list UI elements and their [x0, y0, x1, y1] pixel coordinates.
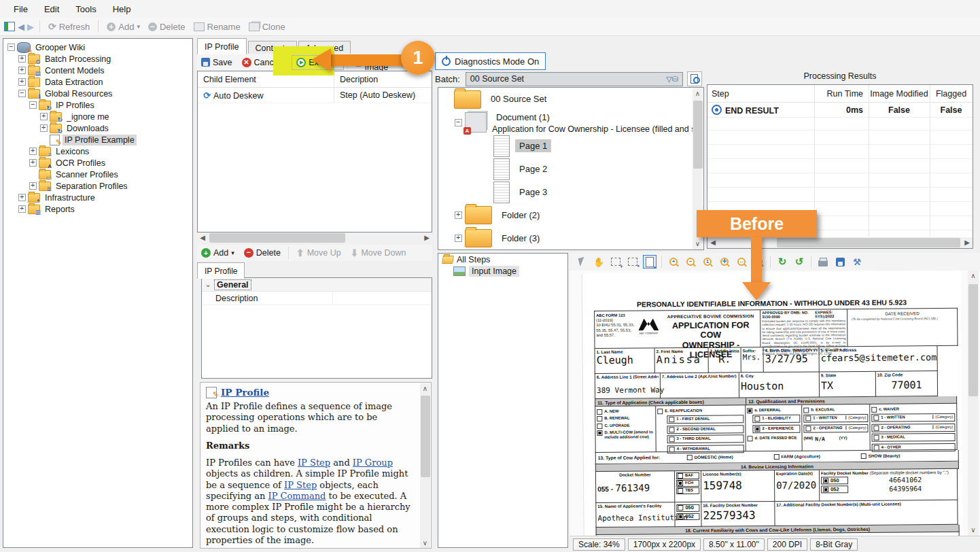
scroll-down-icon[interactable]: ∨: [693, 239, 703, 249]
checkbox[interactable]: [823, 487, 828, 492]
form-checkbox-row[interactable]: 1 - WRITTEN(Category): [871, 413, 955, 422]
form-checkbox-row[interactable]: E. REAPPLICATION: [657, 408, 743, 414]
tree-item[interactable]: _ignore me: [3, 111, 192, 122]
scroll-thumb[interactable]: [421, 396, 430, 477]
facility-code-box[interactable]: 050: [821, 477, 848, 484]
add-child-button[interactable]: +Add▾: [197, 246, 239, 260]
tree-item[interactable]: IP Profiles: [3, 99, 192, 111]
batch-tree-item[interactable]: 00 Source Set: [438, 88, 693, 111]
form-checkbox-row[interactable]: d. DATE PASSED BCE: [748, 435, 801, 441]
form-checkbox-row[interactable]: b. EXCUSAL: [803, 407, 868, 413]
batch-tree-item[interactable]: Page 3: [438, 181, 693, 204]
form-checkbox-row[interactable]: BAF: [676, 472, 699, 479]
scroll-up-icon[interactable]: ∧: [420, 383, 430, 394]
tree-expander-icon[interactable]: [455, 235, 462, 242]
checkbox[interactable]: [678, 505, 683, 511]
tree-item[interactable]: Infrastructure: [3, 192, 192, 203]
checkbox[interactable]: [871, 407, 877, 412]
form-checkbox-row[interactable]: c. WAIVER: [871, 406, 955, 412]
form-checkbox-row[interactable]: 2 - EXPERIENCE: [752, 424, 800, 433]
property-category-row[interactable]: ⌄ General: [202, 278, 432, 292]
help-text-segment[interactable]: IP Group: [353, 458, 393, 468]
save-image-button[interactable]: [833, 255, 847, 269]
checkbox[interactable]: [873, 425, 879, 430]
form-checkbox-row[interactable]: a. DEFERRAL: [747, 407, 800, 413]
form-checkbox-row[interactable]: A. NEW: [597, 409, 654, 415]
form-checkbox-row[interactable]: DOMESTIC (Home): [687, 454, 733, 460]
form-checkbox-row[interactable]: 2 - OPERATING(Category): [803, 424, 868, 432]
form-checkbox-row[interactable]: 3 - MEDICAL: [872, 433, 956, 442]
checkbox[interactable]: [874, 445, 879, 450]
form-checkbox-row[interactable]: 1 - ELIGIBILITY: [752, 415, 800, 424]
rotate-cw-button[interactable]: ↻: [775, 255, 789, 269]
delete-child-button[interactable]: −Delete: [240, 246, 285, 260]
batch-tree-item[interactable]: Page 1: [438, 135, 693, 158]
checkbox[interactable]: [678, 514, 683, 519]
form-checkbox-row[interactable]: 4 - OTHER: [872, 443, 956, 451]
fit-page-button[interactable]: [643, 255, 657, 269]
checkbox[interactable]: [754, 426, 760, 432]
results-row[interactable]: END RESULT 0ms False False: [707, 103, 973, 118]
batch-tree-item[interactable]: Document (1) Application for Cow Ownersh…: [438, 111, 693, 135]
filter-icon[interactable]: ▽⛁: [666, 75, 678, 84]
checkbox[interactable]: [657, 409, 663, 414]
select-tool-button[interactable]: [575, 255, 589, 269]
tab-ip-profile-properties[interactable]: IP Profile: [197, 262, 245, 279]
column-header-flagged[interactable]: Flagged: [930, 89, 973, 99]
help-title-link[interactable]: IP Profile: [221, 387, 269, 398]
menu-item[interactable]: Edit: [36, 1, 67, 17]
tree-item[interactable]: Scanner Profiles: [3, 169, 192, 180]
form-checkbox-row[interactable]: 050: [676, 504, 699, 512]
form-checkbox-row[interactable]: C. UPGRADE: [597, 423, 654, 429]
scroll-up-icon[interactable]: ∧: [968, 271, 979, 281]
image-viewer-canvas[interactable]: PERSONALLY IDENTIFIABLE INFORMATION - WI…: [570, 271, 980, 536]
checkbox[interactable]: [597, 416, 602, 421]
batch-tree-item[interactable]: Page 2: [438, 158, 693, 181]
help-text-segment[interactable]: IP Command: [268, 491, 326, 501]
checkbox[interactable]: [803, 407, 809, 413]
checkbox[interactable]: [874, 435, 879, 441]
tree-item[interactable]: Batch Processing: [3, 53, 192, 65]
tree-expander-icon[interactable]: [29, 182, 37, 190]
steps-tree-item[interactable]: All Steps: [438, 254, 567, 265]
scroll-thumb[interactable]: [209, 233, 345, 243]
tree-item[interactable]: Lexicons: [3, 145, 192, 157]
steps-tree-item[interactable]: Input Image: [438, 265, 567, 277]
batch-tree-item[interactable]: Folder (2): [438, 204, 693, 227]
tree-item[interactable]: Global Resources: [3, 88, 192, 99]
menu-item[interactable]: Tools: [67, 1, 104, 17]
print-button[interactable]: [816, 255, 830, 269]
checkbox[interactable]: [687, 455, 693, 460]
checkbox[interactable]: [597, 409, 602, 414]
form-checkbox-row[interactable]: D. MULTI-COW (amend to include additiona…: [597, 430, 654, 439]
help-text-segment[interactable]: IP Step: [284, 480, 317, 490]
form-checkbox-row[interactable]: 2 - OPERATING(Category): [871, 423, 955, 432]
checkbox[interactable]: [823, 478, 828, 483]
checkbox[interactable]: [748, 436, 753, 441]
batch-view-button[interactable]: [687, 71, 702, 86]
checkbox[interactable]: [747, 408, 752, 413]
tree-expander-icon[interactable]: [455, 211, 462, 219]
rotate-ccw-button[interactable]: ↺: [792, 255, 806, 269]
image-tools-button[interactable]: ⚒: [850, 255, 864, 269]
move-down-button[interactable]: ⬇Move Down: [347, 245, 410, 260]
help-vscrollbar[interactable]: ∧ ∨: [420, 383, 430, 549]
scroll-right-icon[interactable]: ▶: [421, 232, 432, 243]
form-checkbox-row[interactable]: 2 - SECOND DENIAL: [667, 425, 743, 434]
checkbox[interactable]: [805, 416, 811, 421]
zoom-actual-button[interactable]: 1: [701, 255, 714, 269]
forward-icon[interactable]: ▶: [27, 22, 34, 32]
fit-width-button[interactable]: ↔: [735, 255, 748, 269]
checkbox[interactable]: [773, 454, 779, 460]
help-text-segment[interactable]: IP Step: [298, 458, 330, 468]
back-icon[interactable]: ◀: [18, 22, 24, 32]
batch-tree-item[interactable]: Folder (3): [438, 227, 693, 249]
add-button[interactable]: +Add▾: [104, 20, 143, 33]
scroll-left-icon[interactable]: ◀: [197, 232, 208, 243]
chevron-down-icon[interactable]: ⌄: [202, 280, 214, 289]
child-table-hscrollbar[interactable]: ◀ ▶: [197, 232, 432, 243]
pan-tool-button[interactable]: ✋: [592, 255, 606, 269]
checkbox[interactable]: [678, 473, 683, 479]
tree-item[interactable]: Separation Profiles: [3, 180, 192, 192]
tree-expander-icon[interactable]: [18, 55, 26, 63]
